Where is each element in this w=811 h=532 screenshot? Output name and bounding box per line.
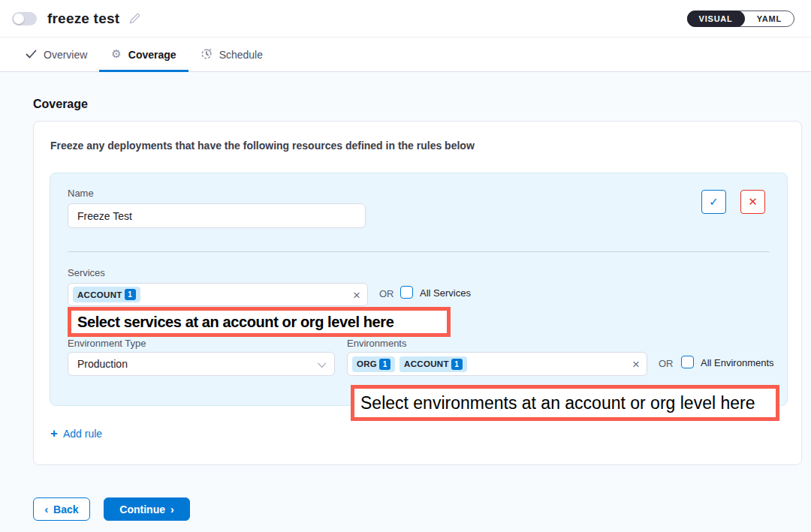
chip-count-badge: 1 <box>379 359 390 370</box>
all-environments-checkbox[interactable] <box>681 356 694 368</box>
all-environments-label: All Environments <box>701 357 774 368</box>
back-label: Back <box>53 503 78 515</box>
environment-type-select[interactable]: Production <box>68 352 335 376</box>
check-icon: ✓ <box>709 195 719 209</box>
tab-label: Coverage <box>128 49 176 61</box>
tab-schedule[interactable]: Schedule <box>188 38 275 71</box>
check-icon <box>26 49 37 60</box>
yaml-view-button[interactable]: YAML <box>745 14 794 23</box>
chip-count-badge: 1 <box>125 289 136 300</box>
divider <box>68 251 770 252</box>
visual-view-button[interactable]: VISUAL <box>687 11 745 27</box>
gear-icon: ⚙ <box>111 49 121 60</box>
annotation-environments-note: Select environments at an account or org… <box>351 385 779 421</box>
section-title: Coverage <box>33 98 88 111</box>
chip-count-badge: 1 <box>451 359 463 370</box>
toggle-knob <box>14 14 24 24</box>
service-scope-chip[interactable]: ACCOUNT 1 <box>73 287 140 302</box>
name-input[interactable] <box>68 203 366 228</box>
environments-multiselect[interactable]: ORG 1 ACCOUNT 1 × <box>347 352 647 376</box>
or-label: OR <box>379 288 394 299</box>
tab-label: Schedule <box>219 49 263 61</box>
view-switch: VISUAL YAML <box>687 11 795 27</box>
services-label: Services <box>68 267 105 278</box>
page-title: freeze test <box>47 11 119 27</box>
plus-icon: + <box>50 427 58 440</box>
tab-coverage[interactable]: ⚙ Coverage <box>99 38 188 71</box>
annotation-services-note: Select services at an account or org lev… <box>68 307 451 337</box>
environment-scope-chip[interactable]: ACCOUNT 1 <box>399 356 467 372</box>
coverage-card: Freeze any deployments that have the fol… <box>33 121 802 465</box>
tab-bar: Overview ⚙ Coverage Schedule <box>0 38 811 72</box>
clear-services-icon[interactable]: × <box>353 288 360 301</box>
chevron-left-icon: ‹ <box>44 504 48 515</box>
close-icon: ✕ <box>748 195 758 209</box>
clock-history-icon <box>200 48 213 62</box>
add-rule-button[interactable]: + Add rule <box>50 427 102 440</box>
continue-label: Continue <box>119 503 165 515</box>
chevron-right-icon: › <box>170 504 174 515</box>
or-label: OR <box>659 358 674 369</box>
chip-scope: ACCOUNT <box>404 359 449 368</box>
rule-panel: Name ✓ ✕ Services ACCOUNT 1 × OR All Ser… <box>50 173 788 406</box>
back-button[interactable]: ‹ Back <box>33 497 90 521</box>
name-label: Name <box>68 188 94 199</box>
all-services-label: All Services <box>420 287 471 299</box>
freeze-enable-toggle[interactable] <box>12 12 37 26</box>
card-heading: Freeze any deployments that have the fol… <box>50 140 475 152</box>
cancel-rule-button[interactable]: ✕ <box>740 190 765 214</box>
tab-overview[interactable]: Overview <box>14 38 99 71</box>
continue-button[interactable]: Continue › <box>104 497 190 521</box>
chevron-down-icon <box>318 359 326 368</box>
all-services-checkbox[interactable] <box>400 286 413 299</box>
confirm-rule-button[interactable]: ✓ <box>701 190 726 214</box>
edit-pencil-icon[interactable] <box>128 12 141 25</box>
services-multiselect[interactable]: ACCOUNT 1 × <box>68 283 368 306</box>
environments-label: Environments <box>347 338 406 349</box>
chip-scope: ORG <box>357 359 377 368</box>
clear-environments-icon[interactable]: × <box>632 358 640 371</box>
environment-type-label: Environment Type <box>68 338 146 349</box>
top-bar: freeze test VISUAL YAML <box>0 0 811 38</box>
tab-label: Overview <box>44 49 87 61</box>
chip-scope: ACCOUNT <box>77 290 122 299</box>
environment-scope-chip[interactable]: ORG 1 <box>352 356 395 372</box>
add-rule-label: Add rule <box>63 428 102 440</box>
environment-type-value: Production <box>77 358 128 370</box>
